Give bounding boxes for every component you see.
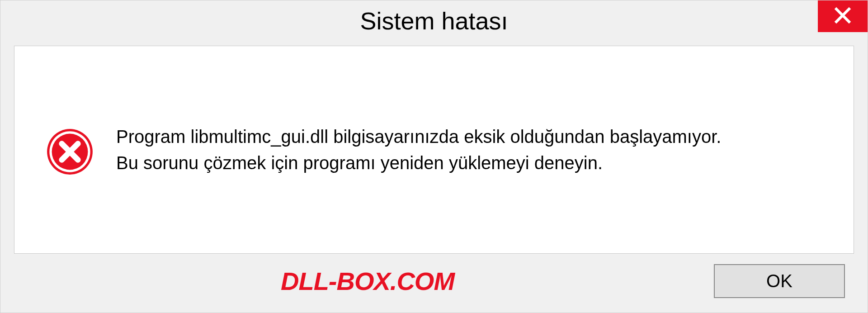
titlebar: Sistem hatası	[0, 0, 868, 41]
watermark-text: DLL-BOX.COM	[281, 266, 454, 296]
close-button[interactable]	[818, 0, 868, 32]
message-line-1: Program libmultimc_gui.dll bilgisayarını…	[116, 123, 721, 150]
dialog-title: Sistem hatası	[360, 7, 508, 35]
error-icon	[46, 128, 94, 175]
ok-button[interactable]: OK	[714, 264, 845, 298]
error-message: Program libmultimc_gui.dll bilgisayarını…	[116, 123, 721, 176]
content-panel: Program libmultimc_gui.dll bilgisayarını…	[14, 46, 854, 254]
message-line-2: Bu sorunu çözmek için programı yeniden y…	[116, 150, 721, 176]
close-icon	[834, 6, 852, 26]
error-dialog: Sistem hatası Program libmultimc_gui.dll…	[0, 0, 868, 313]
dialog-footer: DLL-BOX.COM OK	[0, 254, 868, 313]
